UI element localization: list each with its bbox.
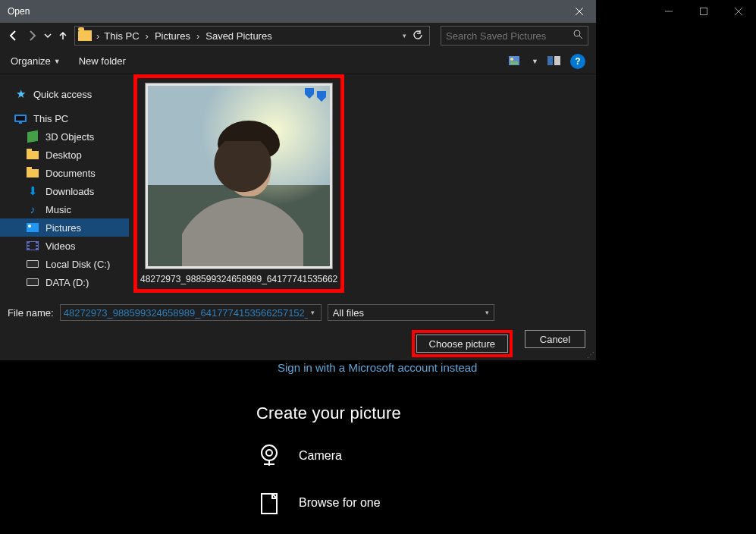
videos-icon <box>27 241 39 250</box>
files-panel: 48272973_988599324658989_641777415356625… <box>129 74 596 298</box>
camera-option[interactable]: Camera <box>256 443 342 469</box>
sidebar-item-label: Pictures <box>45 222 81 234</box>
filename-row: File name: ▾ All files ▾ <box>0 298 596 327</box>
folder-icon <box>78 30 92 41</box>
svg-point-4 <box>262 445 277 460</box>
thumbnail-image <box>148 86 330 266</box>
downloads-icon: ⬇ <box>28 184 38 198</box>
microsoft-account-link[interactable]: Sign in with a Microsoft account instead <box>278 361 477 374</box>
up-button[interactable] <box>58 30 68 41</box>
command-bar: Organize ▼ New folder ▼ ? <box>0 49 596 74</box>
desktop-icon <box>27 151 39 159</box>
create-your-picture-heading: Create your picture <box>256 404 401 423</box>
organize-menu[interactable]: Organize ▼ <box>11 55 61 67</box>
cube-icon <box>27 130 38 143</box>
star-icon: ★ <box>16 87 26 101</box>
svg-rect-14 <box>547 56 553 65</box>
sidebar-item-3d-objects[interactable]: 3D Objects <box>0 127 129 146</box>
music-icon: ♪ <box>30 203 36 215</box>
disk-icon <box>27 260 39 268</box>
address-dropdown-icon[interactable]: ▾ <box>403 32 406 39</box>
sidebar-item-label: Downloads <box>45 186 94 197</box>
sidebar-item-local-disk-c[interactable]: Local Disk (C:) <box>0 255 129 273</box>
address-bar[interactable]: › This PC › Pictures › Saved Pictures ▾ <box>74 26 430 46</box>
sidebar-item-label: Desktop <box>45 149 82 161</box>
svg-rect-15 <box>554 56 560 65</box>
parent-close-button[interactable] <box>721 0 756 23</box>
sidebar-item-pictures[interactable]: Pictures <box>0 218 129 237</box>
recent-locations-button[interactable] <box>44 32 52 39</box>
chevron-down-icon[interactable]: ▼ <box>532 58 538 65</box>
open-file-dialog: Open › This PC › Pictures › Saved Pictur… <box>0 0 596 360</box>
preview-pane-button[interactable] <box>546 54 563 69</box>
sidebar-item-documents[interactable]: Documents <box>0 164 129 182</box>
pictures-icon <box>27 223 39 232</box>
documents-icon <box>27 169 39 177</box>
minimize-button[interactable] <box>651 0 686 23</box>
new-folder-label: New folder <box>79 55 126 67</box>
dialog-close-button[interactable] <box>562 0 596 23</box>
sidebar-item-videos[interactable]: Videos <box>0 237 129 255</box>
resize-grip[interactable]: ⋰ <box>587 350 594 359</box>
sidebar-item-label: Documents <box>45 168 96 179</box>
dialog-buttons: Choose picture Cancel <box>0 327 596 360</box>
browse-label: Browse for one <box>299 496 381 510</box>
sidebar-item-data-d[interactable]: DATA (D:) <box>0 273 129 291</box>
file-name-input[interactable] <box>64 307 308 319</box>
sidebar-this-pc[interactable]: This PC <box>0 109 129 127</box>
view-options-button[interactable] <box>507 54 524 69</box>
maximize-button[interactable] <box>686 0 721 23</box>
browse-option[interactable]: Browse for one <box>256 490 381 516</box>
file-thumbnail-label: 48272973_988599324658989_641777415356625… <box>140 274 337 284</box>
svg-rect-1 <box>701 8 707 15</box>
file-thumbnail[interactable] <box>145 83 333 269</box>
file-type-filter[interactable]: All files ▾ <box>328 304 494 321</box>
file-name-label: File name: <box>8 307 54 319</box>
svg-line-10 <box>579 36 582 39</box>
refresh-button[interactable] <box>413 30 423 42</box>
new-folder-button[interactable]: New folder <box>79 55 126 67</box>
browse-icon <box>256 490 282 516</box>
sidebar-item-label: This PC <box>33 113 68 124</box>
svg-rect-13 <box>510 61 518 64</box>
sidebar-item-label: Music <box>45 204 71 215</box>
cancel-button[interactable]: Cancel <box>525 330 585 348</box>
pc-icon <box>14 115 27 122</box>
chevron-down-icon: ▼ <box>54 58 61 65</box>
back-button[interactable] <box>8 30 20 42</box>
file-name-field-wrap[interactable]: ▾ <box>60 304 322 321</box>
crumb-pictures[interactable]: Pictures <box>152 30 193 42</box>
share-overlay-icon <box>303 86 329 109</box>
crumb-this-pc[interactable]: This PC <box>101 30 142 42</box>
crumb-saved-pictures[interactable]: Saved Pictures <box>202 30 274 42</box>
sidebar-item-label: Videos <box>45 240 76 252</box>
parent-window-controls <box>651 0 756 23</box>
sidebar-item-desktop[interactable]: Desktop <box>0 146 129 164</box>
sidebar-item-music[interactable]: ♪ Music <box>0 200 129 218</box>
search-icon[interactable] <box>573 30 583 42</box>
sidebar-item-label: 3D Objects <box>45 131 94 143</box>
selected-file-highlight: 48272973_988599324658989_641777415356625… <box>133 74 344 293</box>
camera-label: Camera <box>299 449 342 463</box>
file-type-label: All files <box>333 307 364 319</box>
chevron-down-icon: ▾ <box>485 309 489 316</box>
svg-point-9 <box>574 30 580 36</box>
breadcrumb: This PC › Pictures › Saved Pictures <box>101 30 400 42</box>
sidebar-quick-access[interactable]: ★ Quick access <box>0 85 129 103</box>
navigation-pane: ★ Quick access This PC 3D Objects Deskto… <box>0 74 129 298</box>
sidebar-item-downloads[interactable]: ⬇ Downloads <box>0 182 129 200</box>
organize-label: Organize <box>11 55 51 67</box>
sidebar-item-label: Local Disk (C:) <box>45 259 110 270</box>
forward-button[interactable] <box>26 30 38 42</box>
choose-picture-button[interactable]: Choose picture <box>416 335 508 353</box>
chevron-right-icon: › <box>144 30 150 42</box>
camera-icon <box>256 443 282 469</box>
chevron-right-icon: › <box>95 30 101 42</box>
file-name-history-dropdown[interactable]: ▾ <box>308 309 318 316</box>
chevron-right-icon: › <box>195 30 201 42</box>
choose-highlight: Choose picture <box>412 330 513 357</box>
help-button[interactable]: ? <box>570 54 585 69</box>
navigation-bar: › This PC › Pictures › Saved Pictures ▾ <box>0 23 596 49</box>
svg-point-12 <box>510 58 513 61</box>
search-input[interactable] <box>446 30 573 42</box>
